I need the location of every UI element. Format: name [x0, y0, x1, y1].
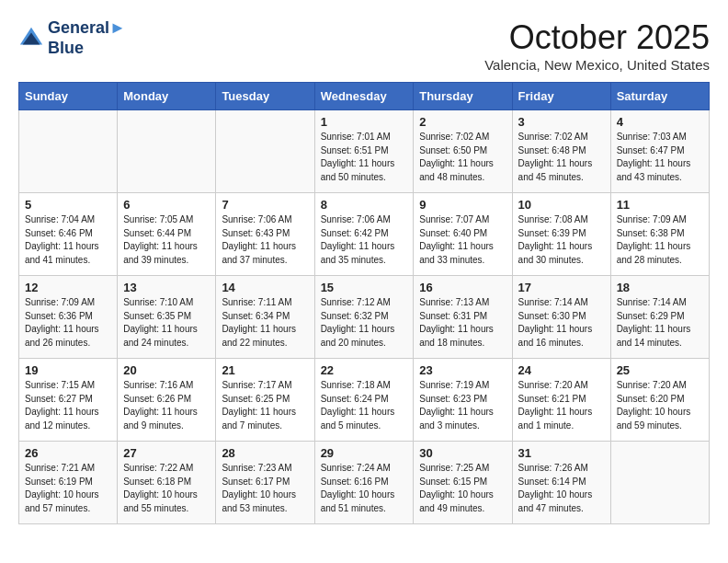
calendar-cell: 4Sunrise: 7:03 AM Sunset: 6:47 PM Daylig…: [610, 110, 709, 193]
day-info: Sunrise: 7:03 AM Sunset: 6:47 PM Dayligh…: [617, 131, 703, 184]
day-number: 4: [617, 115, 703, 129]
weekday-tuesday: Tuesday: [216, 83, 314, 110]
week-row-4: 19Sunrise: 7:15 AM Sunset: 6:27 PM Dayli…: [19, 359, 710, 442]
day-number: 2: [419, 115, 506, 129]
calendar-cell: 2Sunrise: 7:02 AM Sunset: 6:50 PM Daylig…: [414, 110, 512, 193]
day-info: Sunrise: 7:25 AM Sunset: 6:15 PM Dayligh…: [419, 462, 506, 515]
day-number: 22: [321, 363, 408, 377]
calendar-cell: 19Sunrise: 7:15 AM Sunset: 6:27 PM Dayli…: [19, 359, 118, 442]
day-info: Sunrise: 7:12 AM Sunset: 6:32 PM Dayligh…: [321, 296, 408, 350]
day-info: Sunrise: 7:01 AM Sunset: 6:51 PM Dayligh…: [321, 131, 408, 184]
day-info: Sunrise: 7:11 AM Sunset: 6:34 PM Dayligh…: [222, 296, 308, 350]
day-number: 8: [321, 198, 408, 212]
calendar-cell: 27Sunrise: 7:22 AM Sunset: 6:18 PM Dayli…: [118, 442, 216, 524]
calendar-header: SundayMondayTuesdayWednesdayThursdayFrid…: [19, 83, 710, 110]
day-info: Sunrise: 7:14 AM Sunset: 6:30 PM Dayligh…: [518, 296, 605, 350]
day-number: 13: [123, 281, 210, 294]
day-info: Sunrise: 7:06 AM Sunset: 6:43 PM Dayligh…: [222, 213, 308, 267]
calendar-cell: [610, 442, 709, 524]
logo: General► Blue: [18, 18, 126, 58]
day-number: 5: [25, 198, 111, 212]
day-info: Sunrise: 7:24 AM Sunset: 6:16 PM Dayligh…: [321, 462, 408, 515]
calendar-cell: 8Sunrise: 7:06 AM Sunset: 6:42 PM Daylig…: [314, 193, 414, 276]
calendar-cell: 11Sunrise: 7:09 AM Sunset: 6:38 PM Dayli…: [610, 193, 709, 276]
day-info: Sunrise: 7:17 AM Sunset: 6:25 PM Dayligh…: [222, 379, 308, 432]
title-area: October 2025 Valencia, New Mexico, Unite…: [484, 18, 710, 73]
day-number: 9: [419, 198, 506, 212]
calendar-cell: 31Sunrise: 7:26 AM Sunset: 6:14 PM Dayli…: [512, 442, 610, 524]
week-row-2: 5Sunrise: 7:04 AM Sunset: 6:46 PM Daylig…: [19, 193, 710, 276]
day-info: Sunrise: 7:09 AM Sunset: 6:36 PM Dayligh…: [25, 296, 111, 350]
calendar-title: October 2025: [484, 18, 710, 57]
weekday-friday: Friday: [512, 83, 610, 110]
calendar-cell: 9Sunrise: 7:07 AM Sunset: 6:40 PM Daylig…: [414, 193, 512, 276]
day-info: Sunrise: 7:08 AM Sunset: 6:39 PM Dayligh…: [518, 213, 605, 267]
calendar-cell: 13Sunrise: 7:10 AM Sunset: 6:35 PM Dayli…: [118, 276, 216, 359]
day-info: Sunrise: 7:15 AM Sunset: 6:27 PM Dayligh…: [25, 379, 111, 432]
day-number: 15: [321, 281, 408, 294]
calendar-cell: 1Sunrise: 7:01 AM Sunset: 6:51 PM Daylig…: [314, 110, 414, 193]
day-info: Sunrise: 7:10 AM Sunset: 6:35 PM Dayligh…: [123, 296, 210, 350]
day-number: 23: [419, 363, 506, 377]
calendar-body: 1Sunrise: 7:01 AM Sunset: 6:51 PM Daylig…: [19, 110, 710, 524]
calendar-table: SundayMondayTuesdayWednesdayThursdayFrid…: [18, 82, 710, 524]
day-number: 24: [518, 363, 605, 377]
calendar-subtitle: Valencia, New Mexico, United States: [484, 57, 710, 73]
day-info: Sunrise: 7:05 AM Sunset: 6:44 PM Dayligh…: [123, 213, 210, 267]
calendar-cell: [19, 110, 118, 193]
calendar-cell: 3Sunrise: 7:02 AM Sunset: 6:48 PM Daylig…: [512, 110, 610, 193]
day-number: 12: [25, 281, 111, 294]
day-number: 14: [222, 281, 308, 294]
day-number: 3: [518, 115, 605, 129]
day-info: Sunrise: 7:06 AM Sunset: 6:42 PM Dayligh…: [321, 213, 408, 267]
day-number: 26: [25, 446, 111, 460]
day-number: 7: [222, 198, 308, 212]
day-info: Sunrise: 7:20 AM Sunset: 6:21 PM Dayligh…: [518, 379, 605, 432]
week-row-3: 12Sunrise: 7:09 AM Sunset: 6:36 PM Dayli…: [19, 276, 710, 359]
calendar-cell: 18Sunrise: 7:14 AM Sunset: 6:29 PM Dayli…: [610, 276, 709, 359]
logo-icon: [18, 26, 44, 52]
calendar-cell: 24Sunrise: 7:20 AM Sunset: 6:21 PM Dayli…: [512, 359, 610, 442]
day-info: Sunrise: 7:18 AM Sunset: 6:24 PM Dayligh…: [321, 379, 408, 432]
weekday-sunday: Sunday: [19, 83, 118, 110]
day-info: Sunrise: 7:09 AM Sunset: 6:38 PM Dayligh…: [617, 213, 703, 267]
day-number: 20: [123, 363, 210, 377]
weekday-header-row: SundayMondayTuesdayWednesdayThursdayFrid…: [19, 83, 710, 110]
calendar-cell: 20Sunrise: 7:16 AM Sunset: 6:26 PM Dayli…: [118, 359, 216, 442]
day-number: 29: [321, 446, 408, 460]
calendar-cell: 15Sunrise: 7:12 AM Sunset: 6:32 PM Dayli…: [314, 276, 414, 359]
day-number: 27: [123, 446, 210, 460]
week-row-1: 1Sunrise: 7:01 AM Sunset: 6:51 PM Daylig…: [19, 110, 710, 193]
calendar-cell: 25Sunrise: 7:20 AM Sunset: 6:20 PM Dayli…: [610, 359, 709, 442]
day-info: Sunrise: 7:19 AM Sunset: 6:23 PM Dayligh…: [419, 379, 506, 432]
calendar-cell: 21Sunrise: 7:17 AM Sunset: 6:25 PM Dayli…: [216, 359, 314, 442]
calendar-cell: 22Sunrise: 7:18 AM Sunset: 6:24 PM Dayli…: [314, 359, 414, 442]
day-number: 18: [617, 281, 703, 294]
day-info: Sunrise: 7:23 AM Sunset: 6:17 PM Dayligh…: [222, 462, 308, 515]
calendar-cell: 14Sunrise: 7:11 AM Sunset: 6:34 PM Dayli…: [216, 276, 314, 359]
day-number: 17: [518, 281, 605, 294]
calendar-cell: 29Sunrise: 7:24 AM Sunset: 6:16 PM Dayli…: [314, 442, 414, 524]
calendar-cell: 17Sunrise: 7:14 AM Sunset: 6:30 PM Dayli…: [512, 276, 610, 359]
day-info: Sunrise: 7:22 AM Sunset: 6:18 PM Dayligh…: [123, 462, 210, 515]
day-info: Sunrise: 7:02 AM Sunset: 6:48 PM Dayligh…: [518, 131, 605, 184]
calendar-cell: 30Sunrise: 7:25 AM Sunset: 6:15 PM Dayli…: [414, 442, 512, 524]
day-number: 1: [321, 115, 408, 129]
day-number: 6: [123, 198, 210, 212]
weekday-wednesday: Wednesday: [314, 83, 414, 110]
day-number: 25: [617, 363, 703, 377]
weekday-monday: Monday: [118, 83, 216, 110]
day-info: Sunrise: 7:20 AM Sunset: 6:20 PM Dayligh…: [617, 379, 703, 432]
day-info: Sunrise: 7:21 AM Sunset: 6:19 PM Dayligh…: [25, 462, 111, 515]
day-number: 30: [419, 446, 506, 460]
day-info: Sunrise: 7:04 AM Sunset: 6:46 PM Dayligh…: [25, 213, 111, 267]
day-number: 28: [222, 446, 308, 460]
calendar-cell: [118, 110, 216, 193]
day-number: 19: [25, 363, 111, 377]
calendar-cell: [216, 110, 314, 193]
calendar-cell: 6Sunrise: 7:05 AM Sunset: 6:44 PM Daylig…: [118, 193, 216, 276]
calendar-cell: 12Sunrise: 7:09 AM Sunset: 6:36 PM Dayli…: [19, 276, 118, 359]
logo-text: General► Blue: [48, 18, 126, 58]
calendar-cell: 10Sunrise: 7:08 AM Sunset: 6:39 PM Dayli…: [512, 193, 610, 276]
day-info: Sunrise: 7:16 AM Sunset: 6:26 PM Dayligh…: [123, 379, 210, 432]
